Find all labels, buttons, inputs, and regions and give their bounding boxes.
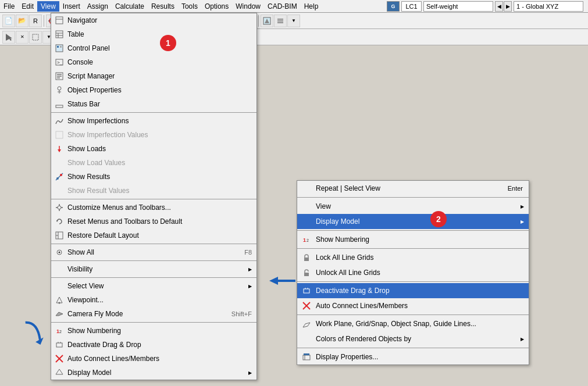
menu-show-result-values[interactable]: Show Result Values (51, 184, 256, 198)
sep1 (44, 15, 44, 27)
ctx-display-props-label: Display Properties... (316, 353, 378, 361)
result-values-icon (54, 185, 65, 196)
tb-render-button[interactable] (261, 15, 273, 27)
tb2-box-btn[interactable] (29, 31, 42, 44)
display-model-icon (54, 367, 65, 378)
table-label: Table (67, 30, 84, 38)
load-case-combo[interactable]: Self-weight (423, 1, 493, 12)
menu-tools[interactable]: Tools (178, 1, 201, 12)
menu-calculate[interactable]: Calculate (112, 1, 148, 12)
lc-next-button[interactable]: ▶ (504, 1, 512, 12)
menu-script-manager[interactable]: Script Manager (51, 69, 256, 83)
ctx-drag-icon (301, 285, 312, 296)
svg-point-84 (59, 252, 60, 253)
svg-text:1: 1 (303, 237, 306, 243)
menu-reset-menus[interactable]: Reset Menus and Toolbars to Default (51, 215, 256, 228)
menu-assign[interactable]: Assign (84, 1, 112, 12)
ctx-sep1 (297, 197, 529, 198)
menu-help[interactable]: Help (301, 1, 322, 12)
lc-nav-buttons: ◀ ▶ (495, 1, 512, 12)
menu-camera-fly-mode[interactable]: Camera Fly Mode Shift+F (51, 307, 256, 321)
badge-2: 2 (430, 211, 447, 227)
menu-window[interactable]: Window (232, 1, 264, 12)
svg-rect-56 (57, 46, 59, 48)
menu-status-bar[interactable]: Status Bar (51, 97, 256, 111)
ctx-show-numbering[interactable]: 12 Show Numbering (297, 232, 529, 247)
svg-marker-95 (56, 369, 63, 374)
svg-text:2: 2 (307, 238, 309, 242)
camera-fly-label: Camera Fly Mode (67, 310, 123, 318)
menu-show-numbering[interactable]: 12 Show Numbering (51, 324, 256, 338)
menu-show-results[interactable]: Show Results (51, 170, 256, 184)
ctx-display-model[interactable]: Display Model (297, 214, 529, 229)
tb-view-combo-btn[interactable]: ▼ (287, 15, 300, 27)
menubar: File Edit View Insert Assign Calculate R… (0, 0, 588, 13)
menu-results[interactable]: Results (148, 1, 178, 12)
lc-g-button[interactable]: G (387, 1, 400, 12)
ctx-deactivate-drag[interactable]: Deactivate Drag & Drop (297, 283, 529, 298)
ctx-display-properties[interactable]: Display Properties... (297, 349, 529, 364)
ctx-colors-label: Colors of Rendered Objects by (316, 335, 411, 343)
menu-edit[interactable]: Edit (18, 1, 37, 12)
menu-show-imperfections[interactable]: Show Imperfections (51, 114, 256, 128)
ctx-unlock-all-line-grids[interactable]: Unlock All Line Grids (297, 265, 529, 280)
tb-isolate-button[interactable] (274, 15, 287, 27)
menu-navigator[interactable]: Navigator (51, 13, 256, 27)
view-label-combo[interactable]: 1 - Global XYZ (514, 1, 583, 12)
select-view-icon (54, 280, 65, 292)
svg-rect-68 (56, 131, 63, 138)
menu-show-loads[interactable]: Show Loads (51, 142, 256, 156)
menu-sep3 (51, 244, 256, 244)
svg-point-64 (58, 87, 61, 90)
menu-insert[interactable]: Insert (59, 1, 84, 12)
menu-restore-layout[interactable]: Restore Default Layout (51, 228, 256, 242)
tb2-select-btn[interactable] (2, 31, 15, 44)
menu-show-all[interactable]: Show All F8 (51, 245, 256, 259)
menu-deactivate-drag[interactable]: Deactivate Drag & Drop (51, 338, 256, 352)
menu-control-panel[interactable]: Control Panel (51, 41, 256, 55)
menu-display-model[interactable]: Display Model (51, 366, 256, 380)
ctx-repeat-label: Repeat | Select View (316, 184, 380, 192)
new-button[interactable]: 📄 (2, 15, 15, 27)
ctx-view[interactable]: View (297, 199, 529, 214)
ctx-lock-all-line-grids[interactable]: Lock All Line Grids (297, 250, 529, 265)
ctx-work-plane-icon (301, 318, 312, 330)
control-panel-label: Control Panel (67, 44, 110, 52)
menu-show-load-values[interactable]: Show Load Values (51, 156, 256, 170)
drag-icon (54, 339, 65, 351)
menu-show-imperfection-values[interactable]: Show Imperfection Values (51, 128, 256, 142)
lc-prev-button[interactable]: ◀ (495, 1, 503, 12)
rfem-button[interactable]: R (29, 15, 42, 27)
show-results-label: Show Results (67, 173, 110, 181)
control-panel-icon (54, 42, 65, 54)
menu-options[interactable]: Options (201, 1, 232, 12)
view-dropdown-menu: Navigator Table Control Panel >_ Console… (51, 13, 257, 380)
menu-cad-bim[interactable]: CAD-BIM (264, 1, 301, 12)
ctx-sep5 (297, 314, 529, 315)
ctx-auto-connect[interactable]: Auto Connect Lines/Members (297, 298, 529, 313)
load-values-icon (54, 157, 65, 169)
menu-customize[interactable]: Customize Menus and Toolbars... (51, 201, 256, 215)
ctx-colors-rendered[interactable]: Colors of Rendered Objects by (297, 331, 529, 346)
menu-viewpoint[interactable]: Viewpoint... (51, 293, 256, 307)
script-manager-label: Script Manager (67, 72, 115, 80)
script-manager-icon (54, 70, 65, 82)
svg-marker-105 (303, 323, 310, 327)
ctx-work-plane[interactable]: Work Plane, Grid/Snap, Object Snap, Guid… (297, 316, 529, 331)
menu-auto-connect[interactable]: Auto Connect Lines/Members (51, 352, 256, 366)
customize-label: Customize Menus and Toolbars... (67, 203, 171, 212)
context-menu: Repeat | Select View Enter View Display … (297, 180, 529, 365)
menu-console[interactable]: >_ Console (51, 55, 256, 69)
svg-marker-30 (6, 34, 12, 41)
svg-text:2: 2 (59, 330, 62, 334)
menu-file[interactable]: File (0, 1, 18, 12)
badge-1: 1 (160, 35, 176, 51)
menu-table[interactable]: Table (51, 27, 256, 41)
open-button[interactable]: 📂 (16, 15, 28, 27)
menu-select-view[interactable]: Select View (51, 279, 256, 293)
menu-object-properties[interactable]: Object Properties (51, 83, 256, 97)
ctx-repeat-select-view[interactable]: Repeat | Select View Enter (297, 181, 529, 196)
menu-view[interactable]: View (37, 1, 59, 12)
tb2-x-btn[interactable]: ✕ (16, 31, 28, 44)
menu-visibility[interactable]: Visibility (51, 262, 256, 276)
